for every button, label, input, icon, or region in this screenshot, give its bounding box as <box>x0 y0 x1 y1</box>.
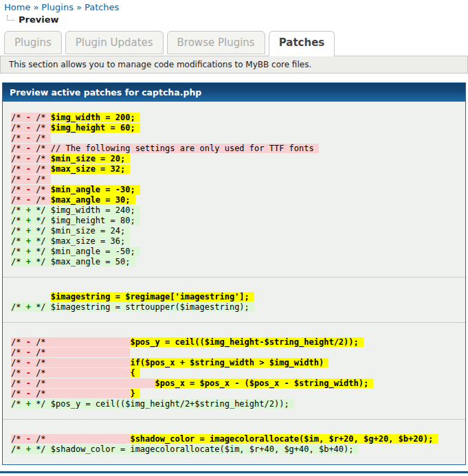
diff-line-del: /* - /* $min_size = 20; <box>11 154 465 164</box>
diff-line-del: /* - /* $img_height = 60; <box>11 123 465 133</box>
removed-prefix: /* - /* <box>11 123 51 133</box>
plus-sign: + <box>26 399 31 409</box>
diff-line-del: /* - /* $img_width = 200; <box>11 113 465 123</box>
minus-sign: - <box>26 133 31 143</box>
removed-prefix: /* - /* <box>11 174 51 184</box>
minus-sign: - <box>26 368 31 378</box>
minus-sign: - <box>26 164 31 174</box>
added-code: /* + */ $min_size = 24; <box>11 226 130 236</box>
info-bar: This section allows you to manage code m… <box>0 56 468 73</box>
removed-code: $pos_x = $pos_x - ($pos_x - $string_widt… <box>155 378 374 388</box>
minus-sign: - <box>26 389 31 398</box>
removed-code: $shadow_color = imagecolorallocate($im, … <box>130 434 438 444</box>
removed-prefix: /* - /* <box>11 348 130 357</box>
added-code: /* + */ $img_height = 80; <box>11 216 140 225</box>
plus-sign: + <box>26 226 31 236</box>
diff-line-del: /* - /* <box>11 133 465 144</box>
removed-code: $img_width = 200; <box>51 113 140 122</box>
plus-sign: + <box>26 247 31 256</box>
removed-prefix: /* - /* <box>11 133 51 143</box>
breadcrumb-current: Preview <box>0 12 468 25</box>
minus-sign: - <box>26 434 31 444</box>
diff-line-del: /* - /* $min_angle = -30; <box>11 185 465 195</box>
removed-code: $max_size = 32; <box>51 164 131 174</box>
minus-sign: - <box>26 123 31 133</box>
diff-line-add: /* + */ $img_width = 240; <box>11 205 465 216</box>
hunk-separator <box>3 277 465 277</box>
plus-sign: + <box>26 236 31 246</box>
plus-sign: + <box>26 444 31 454</box>
tab-plugin-updates[interactable]: Plugin Updates <box>65 31 164 54</box>
breadcrumb-separator: » <box>76 2 82 12</box>
minus-sign: - <box>26 358 31 367</box>
removed-code: if($pos_x + $string_width > $img_width) <box>130 358 328 367</box>
removed-code: $max_angle = 30; <box>51 195 135 205</box>
diff-line-del: /* - /* { <box>11 368 465 378</box>
diff-line-add: /* + */ $min_angle = -50; <box>11 247 465 257</box>
minus-sign: - <box>26 144 31 153</box>
diff-line-del: /* - /* $pos_y = ceil(($img_height-$stri… <box>11 337 465 348</box>
removed-code: { <box>130 368 140 378</box>
diff-line-add: /* + */ $imagestring = strtoupper($image… <box>11 302 465 313</box>
added-code: /* + */ $img_width = 240; <box>11 205 140 215</box>
diff-line-del: /* - /* $max_angle = 30; <box>11 195 465 205</box>
hunk-separator <box>3 419 465 420</box>
diff-line-add: /* + */ $max_size = 36; <box>11 236 465 247</box>
removed-prefix: /* - /* <box>11 195 51 205</box>
tab-plugins[interactable]: Plugins <box>4 31 62 54</box>
diff-line-add: /* + */ $max_angle = 50; <box>11 257 465 267</box>
diff-line-add: /* + */ $shadow_color = imagecoloralloca… <box>11 444 465 455</box>
removed-code: $pos_y = ceil(($img_height-$string_heigh… <box>130 337 364 347</box>
added-code: /* + */ $max_size = 36; <box>11 236 130 246</box>
plus-sign: + <box>26 257 31 267</box>
minus-sign: - <box>26 378 31 388</box>
removed-prefix: /* - /* <box>11 368 130 378</box>
removed-prefix: /* - /* <box>11 389 130 398</box>
added-code: /* + */ $shadow_color = imagecoloralloca… <box>11 444 359 454</box>
tab-bar: PluginsPlugin UpdatesBrowse PluginsPatch… <box>0 25 468 56</box>
removed-prefix: /* - /* <box>11 164 51 174</box>
diff-line-del: /* - /* if($pos_x + $string_width > $img… <box>11 358 465 368</box>
plus-sign: + <box>26 216 31 225</box>
diff-hunk: /* - /* $pos_y = ceil(($img_height-$stri… <box>3 337 465 409</box>
tab-browse-plugins[interactable]: Browse Plugins <box>167 31 265 54</box>
removed-prefix: /* - /* <box>11 358 130 367</box>
panel-title: Preview active patches for captcha.php <box>3 83 465 102</box>
breadcrumb-link-plugins[interactable]: Plugins <box>41 2 74 12</box>
diff-line-del: /* - /* } <box>11 389 465 399</box>
removed-prefix: /* - /* <box>11 113 51 122</box>
context-code: $imagestring = $regimage['imagestring']; <box>51 292 254 302</box>
removed-prefix: /* - /* <box>11 337 130 347</box>
diff-line-del: /* - /* $max_size = 32; <box>11 164 465 174</box>
tree-branch-icon <box>7 15 14 21</box>
tab-patches[interactable]: Patches <box>269 31 335 56</box>
breadcrumb: Home»Plugins»Patches <box>0 0 468 12</box>
minus-sign: - <box>26 113 31 122</box>
diff-line-ctx: $imagestring = $regimage['imagestring']; <box>11 292 465 302</box>
minus-sign: - <box>26 348 31 357</box>
removed-code: $min_angle = -30; <box>51 185 140 194</box>
diff-line-add: /* + */ $min_size = 24; <box>11 226 465 236</box>
removed-code: $min_size = 20; <box>51 154 131 163</box>
breadcrumb-link-patches[interactable]: Patches <box>85 2 119 12</box>
plus-sign: + <box>26 302 31 312</box>
removed-code: } <box>130 389 140 398</box>
added-code: /* + */ $imagestring = strtoupper($image… <box>11 302 254 312</box>
diff-hunk: /* - /* $shadow_color = imagecoloralloca… <box>3 434 465 455</box>
removed-prefix: /* - /* <box>11 185 51 194</box>
diff-line-del: /* - /* <box>11 174 465 185</box>
diff-hunk: /* - /* $img_width = 200; /* - /* $img_h… <box>3 113 465 267</box>
preview-panel: Preview active patches for captcha.php /… <box>2 82 466 465</box>
removed-prefix: /* - /* <box>11 154 51 163</box>
plus-sign: + <box>26 205 31 215</box>
diff-line-add: /* + */ $img_height = 80; <box>11 216 465 226</box>
diff-line-add: /* + */ $pos_y = ceil(($img_height/2+$st… <box>11 399 465 409</box>
diff-line-del: /* - /* $pos_x = $pos_x - ($pos_x - $str… <box>11 378 465 389</box>
diff-line-del: /* - /* $shadow_color = imagecoloralloca… <box>11 434 465 444</box>
minus-sign: - <box>26 154 31 163</box>
current-page-label: Preview <box>19 14 59 25</box>
added-code: /* + */ $pos_y = ceil(($img_height/2+$st… <box>11 399 294 409</box>
diff-line-del: /* - /* // The following settings are on… <box>11 144 465 154</box>
breadcrumb-link-home[interactable]: Home <box>4 2 30 12</box>
hunk-separator <box>3 322 465 323</box>
